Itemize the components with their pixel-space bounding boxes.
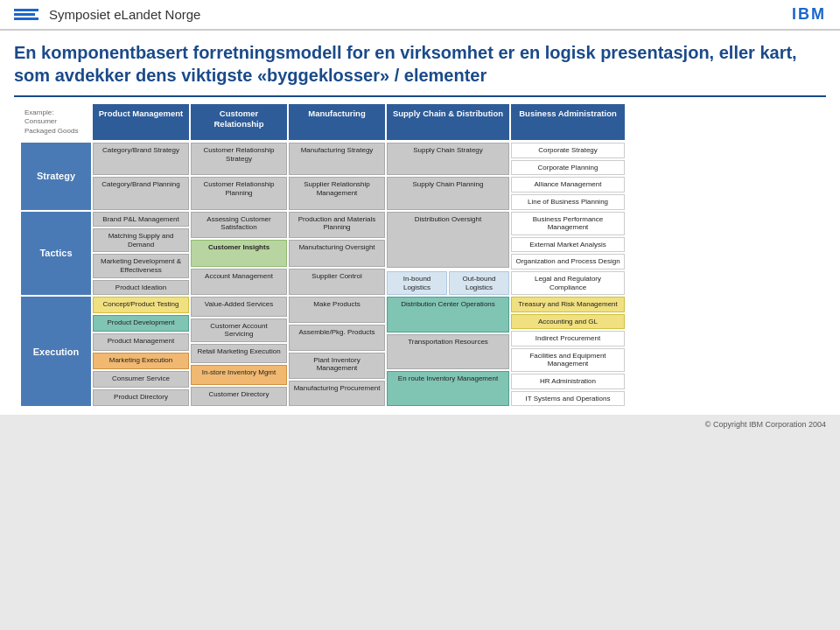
tactics-label: Tactics bbox=[21, 212, 91, 296]
execution-supply-1: Distribution Center Operations bbox=[387, 297, 509, 332]
footer: © Copyright IBM Corporation 2004 bbox=[0, 415, 840, 434]
execution-supply-3: En route Inventory Management bbox=[387, 371, 509, 406]
strategy-business: Corporate Strategy Corporate Planning Al… bbox=[511, 143, 625, 209]
ibm-logo: IBM bbox=[792, 5, 826, 24]
tactics-manufacturing-1: Production and Materials Planning bbox=[289, 212, 385, 239]
tactics-business-2: External Market Analysis bbox=[511, 237, 625, 253]
header: Symposiet eLandet Norge IBM bbox=[0, 0, 840, 31]
execution-customer-4: In-store Inventory Mgmt bbox=[191, 365, 287, 385]
tactics-product-3: Marketing Development & Effectiveness bbox=[93, 254, 189, 277]
tactics-customer-1: Assessing Customer Satisfaction bbox=[191, 212, 287, 239]
tactics-supply-outbound: Out-bound Logistics bbox=[449, 271, 509, 295]
execution-customer-1: Value-Added Services bbox=[191, 297, 287, 317]
strategy-product-2: Category/Brand Planning bbox=[93, 177, 189, 209]
execution-product-3: Product Management bbox=[93, 333, 189, 350]
strategy-business-1: Corporate Strategy bbox=[511, 143, 625, 158]
strategy-manufacturing-2: Supplier Relationship Management bbox=[289, 177, 385, 209]
col-header-customer: Customer Relationship bbox=[191, 104, 287, 140]
strategy-product: Category/Brand Strategy Category/Brand P… bbox=[93, 143, 189, 209]
strategy-customer-2: Customer Relationship Planning bbox=[191, 177, 287, 209]
execution-product: Concept/Product Testing Product Developm… bbox=[93, 297, 189, 406]
execution-product-5: Consumer Service bbox=[93, 371, 189, 388]
execution-customer-5: Customer Directory bbox=[191, 387, 287, 407]
ibm-stripes-icon bbox=[14, 9, 38, 20]
col-header-manufacturing: Manufacturing bbox=[289, 104, 385, 140]
strategy-supply: Supply Chain Strategy Supply Chain Plann… bbox=[387, 143, 509, 209]
execution-supply-2: Transportation Resources bbox=[387, 334, 509, 369]
execution-business-4: Facilities and Equipment Management bbox=[511, 348, 625, 372]
tactics-business-4: Legal and Regulatory Compliance bbox=[511, 271, 625, 295]
col-header-supply: Supply Chain & Distribution bbox=[387, 104, 509, 140]
execution-customer-3: Retail Marketing Execution bbox=[191, 344, 287, 364]
tactics-product-1: Brand P&L Management bbox=[93, 212, 189, 228]
tactics-manufacturing-2: Manufacturing Oversight bbox=[289, 240, 385, 267]
execution-customer-2: Customer Account Servicing bbox=[191, 318, 287, 342]
tactics-supply-inbound: In-bound Logistics bbox=[387, 271, 447, 295]
execution-manufacturing-1: Make Products bbox=[289, 297, 385, 323]
execution-supply: Distribution Center Operations Transport… bbox=[387, 297, 509, 406]
framework: Example: Consumer Packaged Goods Product… bbox=[14, 104, 826, 406]
col-header-business: Business Administration bbox=[511, 104, 625, 140]
tactics-customer-3: Account Management bbox=[191, 269, 287, 296]
execution-business-5: HR Administration bbox=[511, 374, 625, 389]
execution-manufacturing-4: Manufacturing Procurement bbox=[289, 381, 385, 407]
strategy-supply-2: Supply Chain Planning bbox=[387, 177, 509, 209]
tactics-supply-dist: Distribution Oversight bbox=[387, 212, 509, 268]
col-header-product: Product Management bbox=[93, 104, 189, 140]
copyright: © Copyright IBM Corporation 2004 bbox=[705, 420, 826, 429]
execution-row: Execution Concept/Product Testing Produc… bbox=[21, 297, 819, 406]
tactics-customer: Assessing Customer Satisfaction Customer… bbox=[191, 212, 287, 296]
column-headers: Example: Consumer Packaged Goods Product… bbox=[21, 104, 819, 140]
execution-business-6: IT Systems and Operations bbox=[511, 391, 625, 407]
execution-business-2: Accounting and GL bbox=[511, 314, 625, 330]
tactics-business-3: Organization and Process Design bbox=[511, 254, 625, 270]
execution-business: Treasury and Risk Management Accounting … bbox=[511, 297, 625, 406]
header-title: Symposiet eLandet Norge bbox=[49, 7, 200, 22]
main-title: En komponentbasert forretningsmodell for… bbox=[14, 41, 826, 87]
execution-manufacturing: Make Products Assemble/Pkg. Products Pla… bbox=[289, 297, 385, 406]
strategy-supply-1: Supply Chain Strategy bbox=[387, 143, 509, 175]
execution-manufacturing-2: Assemble/Pkg. Products bbox=[289, 325, 385, 351]
tactics-customer-2: Customer Insights bbox=[191, 240, 287, 267]
strategy-business-2: Corporate Planning bbox=[511, 160, 625, 176]
tactics-product: Brand P&L Management Matching Supply and… bbox=[93, 212, 189, 296]
execution-customer: Value-Added Services Customer Account Se… bbox=[191, 297, 287, 406]
execution-product-2: Product Development bbox=[93, 315, 189, 332]
tactics-business: Business Performance Management External… bbox=[511, 212, 625, 296]
execution-product-6: Product Directory bbox=[93, 389, 189, 406]
execution-label: Execution bbox=[21, 297, 91, 406]
strategy-business-4: Line of Business Planning bbox=[511, 194, 625, 210]
strategy-business-3: Alliance Management bbox=[511, 177, 625, 192]
strategy-manufacturing: Manufacturing Strategy Supplier Relation… bbox=[289, 143, 385, 209]
strategy-customer-1: Customer Relationship Strategy bbox=[191, 143, 287, 175]
tactics-supply: Distribution Oversight In-bound Logistic… bbox=[387, 212, 509, 296]
divider bbox=[14, 95, 826, 97]
strategy-customer: Customer Relationship Strategy Customer … bbox=[191, 143, 287, 209]
tactics-product-2: Matching Supply and Demand bbox=[93, 228, 189, 252]
strategy-label: Strategy bbox=[21, 143, 91, 209]
tactics-product-4: Product Ideation bbox=[93, 280, 189, 296]
tactics-manufacturing: Production and Materials Planning Manufa… bbox=[289, 212, 385, 296]
execution-product-1: Concept/Product Testing bbox=[93, 297, 189, 313]
header-logo-bar: Symposiet eLandet Norge bbox=[14, 7, 200, 22]
strategy-product-1: Category/Brand Strategy bbox=[93, 143, 189, 175]
main-content: En komponentbasert forretningsmodell for… bbox=[0, 31, 840, 415]
execution-manufacturing-3: Plant Inventory Management bbox=[289, 353, 385, 379]
tactics-row: Tactics Brand P&L Management Matching Su… bbox=[21, 212, 819, 296]
execution-business-1: Treasury and Risk Management bbox=[511, 297, 625, 312]
col-header-example: Example: Consumer Packaged Goods bbox=[21, 104, 91, 140]
tactics-business-1: Business Performance Management bbox=[511, 212, 625, 235]
strategy-manufacturing-1: Manufacturing Strategy bbox=[289, 143, 385, 175]
execution-product-4: Marketing Execution bbox=[93, 353, 189, 369]
strategy-row: Strategy Category/Brand Strategy Categor… bbox=[21, 143, 819, 209]
execution-business-3: Indirect Procurement bbox=[511, 331, 625, 346]
tactics-manufacturing-3: Supplier Control bbox=[289, 269, 385, 296]
